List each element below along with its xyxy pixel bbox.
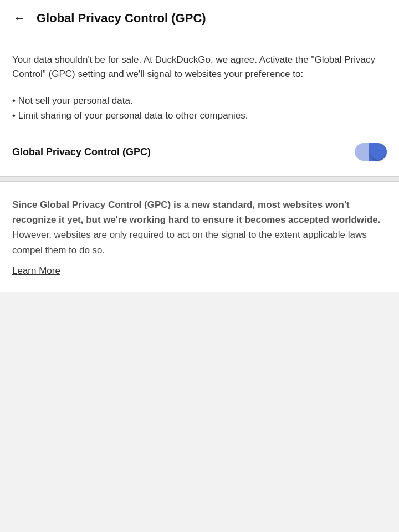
learn-more-link[interactable]: Learn More [12,265,60,277]
intro-card: Your data shouldn't be for sale. At Duck… [0,37,399,176]
back-button[interactable]: ← [11,10,28,27]
note-card: Since Global Privacy Control (GPC) is a … [0,182,399,292]
note-paragraph: Since Global Privacy Control (GPC) is a … [12,197,387,258]
section-divider [0,176,399,182]
toggle-knob [370,144,386,160]
note-bold-text: Since Global Privacy Control (GPC) is a … [12,200,380,225]
page-title: Global Privacy Control (GPC) [37,11,206,25]
bullet-item-1: • Not sell your personal data. [12,93,387,108]
toggle-row: Global Privacy Control (GPC) [12,139,387,161]
bullet-item-2: • Limit sharing of your personal data to… [12,108,387,123]
header: ← Global Privacy Control (GPC) [0,0,399,37]
toggle-label: Global Privacy Control (GPC) [12,146,151,158]
intro-paragraph: Your data shouldn't be for sale. At Duck… [12,53,387,82]
note-normal-text: However, websites are only required to a… [12,229,367,255]
back-arrow-icon: ← [13,12,25,24]
bullet-list: • Not sell your personal data. • Limit s… [12,93,387,123]
gpc-toggle[interactable] [355,143,387,161]
